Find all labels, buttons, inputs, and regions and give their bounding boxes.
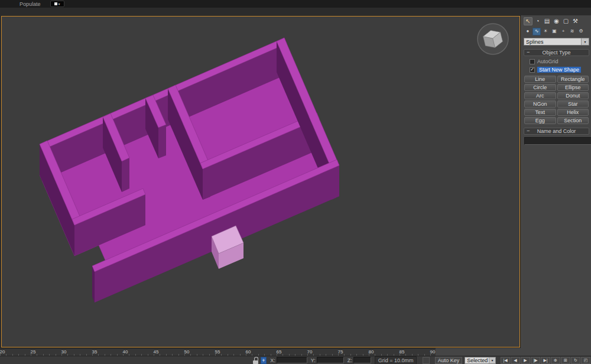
motion-icon: ◉ (554, 18, 559, 24)
z-coordinate-field[interactable] (353, 357, 371, 363)
autogrid-row: AutoGrid (530, 58, 589, 65)
chevron-down-icon[interactable]: ▾ (581, 38, 589, 45)
modify-icon: ◔ (535, 18, 539, 24)
ribbon-options-dropdown[interactable]: ▾ (50, 1, 64, 7)
selection-lock-icon[interactable] (253, 357, 258, 364)
hierarchy-icon: ▤ (544, 18, 550, 24)
ribbon-bar: Populate ▾ (0, 0, 591, 8)
space-warps-icon: ≋ (570, 29, 574, 34)
perspective-viewport[interactable] (1, 16, 520, 347)
command-panel: ↖◔▤◉▢⚒ ●∿☀▣+≋⚙ Splines ▾ − Object Type A… (521, 15, 591, 356)
shape-button-circle[interactable]: Circle (524, 84, 556, 91)
shape-button-ngon[interactable]: NGon (524, 100, 556, 108)
x-label: X: (270, 358, 275, 363)
name-and-color-row (524, 137, 589, 145)
autogrid-checkbox[interactable] (530, 59, 535, 64)
rollout-title: Object Type (543, 50, 571, 56)
start-new-shape-row: ✓ Start New Shape (530, 66, 589, 73)
create-icon: ↖ (525, 18, 530, 24)
timeline-label: 40 (123, 349, 128, 355)
maximize-viewport-button[interactable]: ◰ (581, 357, 590, 364)
shape-button-arc[interactable]: Arc (524, 92, 556, 99)
timeline-label: 45 (154, 349, 159, 355)
systems-icon: ⚙ (579, 29, 583, 34)
category-space-warps[interactable]: ≋ (568, 28, 576, 35)
zoom-extents-button[interactable]: ⊞ (561, 357, 570, 364)
tab-create[interactable]: ↖ (524, 17, 532, 25)
category-shapes[interactable]: ∿ (532, 28, 541, 35)
shape-button-star[interactable]: Star (557, 100, 589, 108)
play-button[interactable]: ▶ (521, 357, 530, 364)
autogrid-label: AutoGrid (537, 58, 558, 64)
mid-stub-front-face[interactable] (158, 125, 166, 158)
timeline-label: 80 (369, 349, 374, 355)
chevron-down-icon: ▾ (59, 2, 60, 6)
chevron-down-icon: ▾ (489, 358, 495, 363)
timeline-ruler-gap (436, 348, 522, 356)
category-systems[interactable]: ⚙ (577, 28, 585, 35)
tab-hierarchy[interactable]: ▤ (543, 17, 551, 25)
shape-button-egg[interactable]: Egg (524, 117, 556, 124)
left-room-right-wall-front-face[interactable] (122, 158, 129, 192)
timeline-label: 60 (246, 349, 251, 355)
object-name-field[interactable] (524, 137, 591, 145)
timeline-label: 85 (400, 349, 405, 355)
collapse-icon: − (527, 128, 530, 134)
shape-button-line[interactable]: Line (524, 76, 556, 83)
panel-categories: ●∿☀▣+≋⚙ (524, 27, 589, 35)
grid-size-display: Grid = 10.0mm (375, 356, 417, 364)
ribbon-tab-populate[interactable]: Populate (20, 1, 41, 7)
timeline-label: 55 (215, 349, 220, 355)
zoom-button[interactable]: ⊕ (551, 357, 560, 364)
tab-utilities[interactable]: ⚒ (571, 17, 580, 25)
tab-motion[interactable]: ◉ (552, 17, 561, 25)
object-type-rollout-header[interactable]: − Object Type (524, 49, 589, 56)
timeline-label: 75 (338, 349, 343, 355)
orbit-button[interactable]: ↻ (571, 357, 580, 364)
timeline-ruler[interactable]: 202530354045505560657075808590 (0, 348, 436, 356)
scene-svg (2, 17, 519, 347)
go-to-start-button[interactable]: |◀ (501, 357, 510, 364)
time-tag-button[interactable] (423, 357, 429, 364)
category-helpers[interactable]: + (559, 28, 567, 35)
status-bar: + X: Y: Z: Grid = 10.0mm Auto Key Select… (0, 356, 591, 364)
go-to-end-button[interactable]: ▶| (541, 357, 550, 364)
category-lights[interactable]: ☀ (541, 28, 550, 35)
next-frame-button[interactable]: |▶ (531, 357, 540, 364)
shape-button-section[interactable]: Section (557, 117, 589, 124)
viewport-nav-controls: ⊕⊞↻◰ (551, 357, 591, 364)
shape-button-text[interactable]: Text (524, 109, 556, 116)
spline-type-dropdown[interactable]: Splines ▾ (524, 38, 589, 46)
selection-set-dropdown[interactable]: Selected ▾ (465, 357, 496, 364)
shapes-icon: ∿ (535, 29, 539, 34)
tab-modify[interactable]: ◔ (533, 17, 542, 25)
start-new-shape-checkbox[interactable]: ✓ (530, 67, 535, 73)
timeline-label: 65 (277, 349, 282, 355)
ribbon-dropdown-icon (54, 2, 57, 5)
shape-button-donut[interactable]: Donut (557, 92, 589, 99)
shape-button-helix[interactable]: Helix (557, 109, 589, 116)
timeline-label: 90 (430, 349, 436, 355)
3ds-max-window: Populate ▾ ↖◔▤◉▢⚒ ●∿☀▣+≋⚙ Splines ▾ − (0, 0, 591, 364)
helpers-icon: + (562, 29, 565, 34)
y-coordinate-field[interactable] (317, 357, 344, 363)
playback-controls: |◀◀▶|▶▶| (501, 357, 551, 364)
lights-icon: ☀ (543, 29, 547, 34)
viewcube[interactable] (476, 22, 509, 56)
panel-tabs: ↖◔▤◉▢⚒ (524, 17, 589, 25)
shape-button-ellipse[interactable]: Ellipse (557, 84, 589, 91)
x-coordinate-field[interactable] (277, 357, 307, 363)
cameras-icon: ▣ (552, 29, 557, 34)
category-geometry[interactable]: ● (524, 28, 532, 35)
absolute-mode-toggle[interactable]: + (261, 357, 267, 364)
previous-frame-button[interactable]: ◀ (511, 357, 520, 364)
tab-display[interactable]: ▢ (561, 17, 570, 25)
timeline-label: 25 (31, 349, 36, 355)
spline-type-value: Splines (526, 39, 544, 45)
name-and-color-rollout-header[interactable]: − Name and Color (524, 128, 589, 135)
collapse-icon: − (527, 49, 530, 55)
auto-key-button[interactable]: Auto Key (435, 357, 463, 364)
shape-button-rectangle[interactable]: Rectangle (557, 76, 589, 83)
display-icon: ▢ (563, 18, 569, 24)
category-cameras[interactable]: ▣ (550, 28, 558, 35)
